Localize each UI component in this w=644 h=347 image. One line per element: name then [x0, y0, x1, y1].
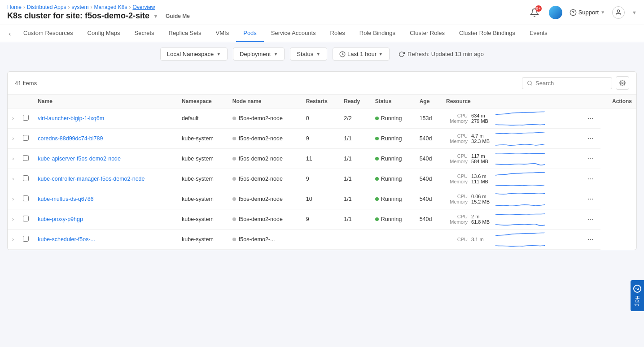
guide-me-link[interactable]: Guide Me — [166, 13, 190, 19]
tab-replica-sets[interactable]: Replica Sets — [162, 25, 209, 42]
cluster-title-chevron[interactable]: ▼ — [153, 13, 158, 19]
user-avatar-button[interactable] — [612, 6, 625, 19]
row-actions-button[interactable]: ··· — [585, 134, 596, 143]
row-checkbox-cell[interactable] — [18, 129, 33, 149]
tab-custom-resources[interactable]: Custom Resources — [16, 25, 80, 42]
tab-scroll-prev[interactable]: ‹ — [4, 26, 16, 42]
row-checkbox[interactable] — [23, 236, 29, 242]
support-button[interactable]: Support ▼ — [570, 9, 605, 16]
row-expand-toggle[interactable]: › — [8, 189, 18, 209]
row-expand-toggle[interactable]: › — [8, 169, 18, 189]
tab-pods[interactable]: Pods — [236, 25, 264, 42]
status-filter[interactable]: Status ▼ — [290, 48, 327, 61]
tab-vmis[interactable]: VMIs — [209, 25, 237, 42]
row-actions-button[interactable]: ··· — [585, 174, 596, 184]
row-checkbox[interactable] — [23, 195, 29, 201]
resource-cell: CPU Memory 634 m 279 MB — [442, 108, 575, 129]
age-cell: 540d — [415, 169, 442, 189]
table-row: › kube-multus-ds-q6786 kube-system f5os-… — [8, 189, 636, 209]
row-expand-toggle[interactable]: › — [8, 149, 18, 169]
resource-values: 4.7 m 32.3 MB — [471, 133, 492, 144]
tab-roles[interactable]: Roles — [323, 25, 352, 42]
status-dot — [375, 217, 379, 221]
pod-name-link[interactable]: kube-apiserver-f5os-demo2-node — [38, 156, 121, 162]
status-chevron-icon: ▼ — [316, 52, 320, 56]
namespace-filter[interactable]: Local Namespace ▼ — [160, 48, 228, 61]
breadcrumb-home[interactable]: Home — [7, 4, 22, 10]
deployment-filter-label: Deployment — [240, 51, 271, 57]
resource-info: CPU Memory 13.6 m 111 MB — [446, 169, 571, 189]
row-actions-button[interactable]: ··· — [585, 113, 596, 123]
row-checkbox-cell[interactable] — [18, 108, 33, 129]
row-expand-toggle[interactable]: › — [8, 129, 18, 149]
namespace-cell: kube-system — [177, 149, 228, 169]
row-checkbox[interactable] — [23, 155, 29, 161]
breadcrumb-distributed-apps[interactable]: Distributed Apps — [27, 4, 66, 10]
row-checkbox[interactable] — [23, 135, 29, 141]
row-actions-button[interactable]: ··· — [585, 194, 596, 204]
tab-cluster-role-bindings[interactable]: Cluster Role Bindings — [452, 25, 522, 42]
row-checkbox-cell[interactable] — [18, 149, 33, 169]
node-name-text: f5os-demo2-node — [239, 176, 283, 182]
status-dot — [375, 117, 379, 120]
row-checkbox[interactable] — [23, 115, 29, 121]
mem-value: 15.2 MB — [471, 199, 490, 204]
search-input-wrap[interactable] — [522, 77, 612, 89]
ready-cell: 1/1 — [339, 189, 371, 209]
row-expand-toggle[interactable]: › — [8, 209, 18, 230]
tab-config-maps[interactable]: Config Maps — [80, 25, 127, 42]
tab-service-accounts[interactable]: Service Accounts — [264, 25, 323, 42]
restarts-cell: 9 — [302, 209, 339, 230]
status-cell: Running — [371, 189, 415, 209]
pod-name-link[interactable]: kube-proxy-p9hgp — [38, 216, 83, 222]
cpu-value: 634 m — [471, 113, 485, 118]
sparkline-chart — [495, 240, 545, 249]
tab-secrets[interactable]: Secrets — [127, 25, 162, 42]
row-checkbox[interactable] — [23, 175, 29, 181]
resource-values: 117 m 584 MB — [471, 153, 492, 164]
row-checkbox-cell[interactable] — [18, 169, 33, 189]
row-checkbox-cell[interactable] — [18, 189, 33, 209]
language-switcher[interactable] — [549, 6, 562, 19]
resource-labels: CPU Memory — [446, 133, 468, 144]
deployment-filter[interactable]: Deployment ▼ — [233, 48, 285, 61]
resource-charts — [495, 169, 545, 189]
user-menu-chevron[interactable]: ▼ — [632, 10, 637, 15]
tab-cluster-roles[interactable]: Cluster Roles — [403, 25, 452, 42]
resource-labels: CPU Memory — [446, 113, 468, 124]
tab-role-bindings[interactable]: Role Bindings — [352, 25, 403, 42]
row-expand-toggle[interactable]: › — [8, 108, 18, 129]
restarts-cell: 9 — [302, 129, 339, 149]
status-dot — [375, 137, 379, 140]
pod-name-link[interactable]: kube-controller-manager-f5os-demo2-node — [38, 176, 145, 182]
breadcrumb-managed-k8s[interactable]: Managed K8s — [94, 4, 127, 10]
table-row: › kube-scheduler-f5os-... kube-system f5… — [8, 230, 636, 250]
pod-name-link[interactable]: kube-scheduler-f5os-... — [38, 236, 95, 243]
status-indicator: Running — [375, 176, 411, 182]
search-input[interactable] — [535, 80, 607, 87]
row-checkbox-cell[interactable] — [18, 209, 33, 230]
pod-name-link[interactable]: virt-launcher-bigip-1-lxq6m — [38, 115, 104, 121]
resource-labels: CPU Memory — [446, 174, 468, 184]
breadcrumb-system[interactable]: system — [71, 4, 88, 10]
table-row: › kube-controller-manager-f5os-demo2-nod… — [8, 169, 636, 189]
pod-name-link[interactable]: kube-multus-ds-q6786 — [38, 196, 93, 202]
col-expand — [8, 95, 18, 108]
settings-button[interactable] — [616, 76, 629, 90]
tab-events[interactable]: Events — [522, 25, 555, 42]
node-status-dot — [232, 217, 236, 221]
pod-name-link[interactable]: coredns-88d99dc74-bl789 — [38, 135, 103, 142]
row-checkbox-cell[interactable] — [18, 230, 33, 250]
notifications-button[interactable]: 9+ — [527, 5, 542, 20]
row-actions-button[interactable]: ··· — [585, 234, 596, 244]
status-cell — [371, 230, 415, 250]
refresh-icon[interactable] — [399, 51, 405, 57]
row-actions-button[interactable]: ··· — [585, 214, 596, 224]
sparkline-chart — [495, 129, 545, 138]
row-expand-toggle[interactable]: › — [8, 230, 18, 250]
time-filter[interactable]: Last 1 hour ▼ — [333, 48, 390, 61]
row-checkbox[interactable] — [23, 216, 29, 221]
mem-label: Memory — [450, 179, 468, 184]
mem-label: Memory — [450, 199, 468, 204]
row-actions-button[interactable]: ··· — [585, 154, 596, 164]
